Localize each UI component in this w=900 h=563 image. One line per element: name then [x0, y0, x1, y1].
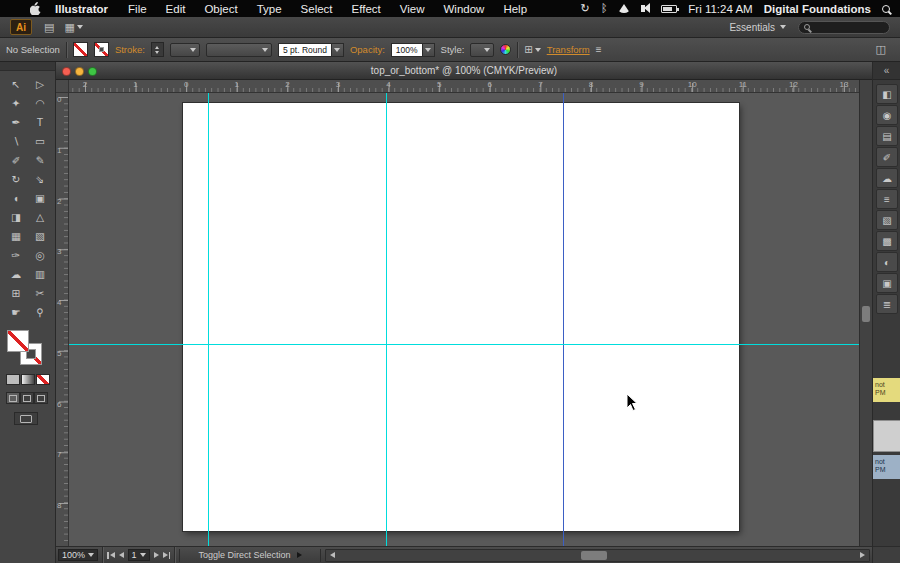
status-display-dropdown[interactable]: Toggle Direct Selection	[179, 549, 321, 562]
color-guide-panel[interactable]: ◉	[876, 105, 898, 125]
ruler-origin-corner[interactable]	[56, 80, 69, 93]
zoom-window-button[interactable]	[88, 67, 97, 76]
horizontal-ruler[interactable]: 21012345678910111213	[69, 80, 859, 93]
transform-panel-link[interactable]: Transform	[547, 44, 590, 55]
artboard[interactable]	[183, 103, 739, 531]
artboard-number-dropdown[interactable]: 1	[128, 549, 150, 561]
menu-item[interactable]: Effect	[352, 3, 381, 15]
zoom-dropdown[interactable]: 100%	[58, 549, 98, 561]
expand-panels-button[interactable]: «	[873, 62, 900, 80]
wifi-icon[interactable]	[618, 4, 630, 13]
selection-tool[interactable]: ↖	[4, 74, 28, 93]
column-graph-tool[interactable]: ▥	[28, 264, 52, 283]
hand-tool[interactable]: ☛	[4, 302, 28, 321]
opacity-dropdown-button[interactable]	[423, 43, 435, 57]
search-input[interactable]	[798, 21, 890, 34]
rectangle-tool[interactable]: ▭	[28, 131, 52, 150]
battery-icon[interactable]	[661, 5, 677, 13]
menu-item[interactable]: Select	[301, 3, 333, 15]
stroke-weight-stepper[interactable]	[151, 42, 164, 57]
layers-panel[interactable]: ≣	[876, 294, 898, 314]
none-button[interactable]	[36, 374, 50, 385]
vertical-scrollbar[interactable]	[859, 80, 872, 546]
guide-vertical-1[interactable]	[208, 93, 209, 546]
fill-swatch-none[interactable]	[7, 330, 29, 352]
color-panel[interactable]: ◧	[876, 84, 898, 104]
desktop-window-fragment[interactable]	[873, 420, 900, 452]
perspective-grid-tool[interactable]: △	[28, 207, 52, 226]
user-account-menu[interactable]: Digital Foundations	[764, 3, 871, 15]
panel-toggle-icon[interactable]: ◫	[876, 43, 886, 56]
opacity-dropdown[interactable]: 100%	[391, 43, 435, 57]
apple-menu-icon[interactable]	[30, 2, 41, 15]
pasteboard[interactable]	[69, 93, 859, 546]
transparency-panel[interactable]: ▩	[876, 231, 898, 251]
guide-horizontal-1[interactable]	[69, 344, 859, 345]
width-tool[interactable]: ◖	[4, 188, 28, 207]
brush-definition-dropdown[interactable]: 5 pt. Round	[278, 43, 344, 57]
stroke-panel-link[interactable]: Stroke:	[115, 44, 145, 55]
menu-bar-clock[interactable]: Fri 11:24 AM	[688, 3, 752, 15]
zoom-tool[interactable]: ⚲	[28, 302, 52, 321]
magic-wand-tool[interactable]: ✦	[4, 93, 28, 112]
artboard-tool[interactable]: ⊞	[4, 283, 28, 302]
workspace-switcher[interactable]: Essentials	[729, 22, 786, 33]
color-button[interactable]	[6, 374, 20, 385]
control-panel-menu-icon[interactable]: ≡	[596, 44, 602, 55]
draw-behind-mode-button[interactable]	[20, 392, 34, 404]
go-to-bridge-icon[interactable]: ▤	[44, 21, 54, 34]
paintbrush-tool[interactable]: ✐	[4, 150, 28, 169]
first-artboard-button[interactable]	[107, 552, 115, 559]
sync-icon[interactable]: ↻	[581, 3, 590, 14]
shape-builder-tool[interactable]: ◨	[4, 207, 28, 226]
menu-item[interactable]: File	[128, 3, 147, 15]
free-transform-tool[interactable]: ▣	[28, 188, 52, 207]
rotate-tool[interactable]: ↻	[4, 169, 28, 188]
scroll-right-button[interactable]	[856, 550, 869, 561]
stroke-weight-dropdown[interactable]	[170, 43, 200, 57]
align-options-icon[interactable]: ⊞	[524, 44, 540, 55]
scroll-left-button[interactable]	[326, 550, 339, 561]
blend-tool[interactable]: ◎	[28, 245, 52, 264]
menu-item[interactable]: Edit	[166, 3, 186, 15]
volume-icon[interactable]	[641, 5, 645, 12]
horizontal-scrollbar[interactable]	[325, 549, 870, 562]
change-screen-mode-button[interactable]	[14, 412, 38, 425]
gradient-button[interactable]	[21, 374, 35, 385]
mesh-tool[interactable]: ▦	[4, 226, 28, 245]
variable-width-profile-dropdown[interactable]	[206, 43, 272, 57]
opacity-panel-link[interactable]: Opacity:	[350, 44, 385, 55]
direct-selection-tool[interactable]: ▷	[28, 74, 52, 93]
gradient-panel[interactable]: ▧	[876, 210, 898, 230]
brush-dropdown-button[interactable]	[332, 43, 344, 57]
appearance-panel[interactable]: ◐	[876, 252, 898, 272]
draw-inside-mode-button[interactable]	[34, 392, 48, 404]
sticky-note-fragment[interactable]: not PM	[873, 455, 900, 479]
scale-tool[interactable]: ⇘	[28, 169, 52, 188]
stroke-color-swatch[interactable]	[94, 42, 109, 57]
gradient-tool[interactable]: ▧	[28, 226, 52, 245]
slice-tool[interactable]: ✂	[28, 283, 52, 302]
bluetooth-icon[interactable]: ᛒ	[601, 3, 608, 14]
tools-panel-drag-bar[interactable]	[0, 62, 55, 71]
menu-item[interactable]: View	[400, 3, 425, 15]
guide-vertical-selected[interactable]	[563, 93, 564, 546]
swatches-panel[interactable]: ▤	[876, 126, 898, 146]
recolor-artwork-icon[interactable]	[500, 44, 511, 55]
minimize-window-button[interactable]	[75, 67, 84, 76]
eyedropper-tool[interactable]: ✑	[4, 245, 28, 264]
brushes-panel[interactable]: ✐	[876, 147, 898, 167]
previous-artboard-button[interactable]	[119, 552, 124, 558]
pen-tool[interactable]: ✒	[4, 112, 28, 131]
fill-color-swatch[interactable]	[73, 42, 88, 57]
vertical-scrollbar-thumb[interactable]	[862, 306, 870, 322]
style-dropdown[interactable]	[470, 43, 494, 57]
vertical-ruler[interactable]: 012345678	[56, 93, 69, 546]
stroke-panel[interactable]: ≡	[876, 189, 898, 209]
symbols-panel[interactable]: ☁	[876, 168, 898, 188]
sticky-note-fragment[interactable]: not PM	[873, 378, 900, 402]
menu-item[interactable]: Window	[443, 3, 484, 15]
horizontal-scrollbar-thumb[interactable]	[581, 551, 607, 560]
guide-vertical-2[interactable]	[386, 93, 387, 546]
last-artboard-button[interactable]	[163, 552, 171, 559]
